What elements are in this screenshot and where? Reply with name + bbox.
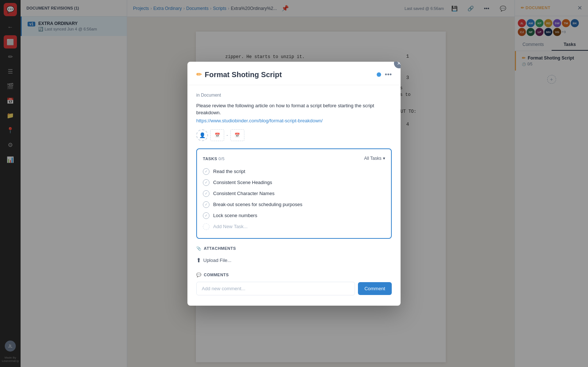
task-label-0: Read the script [213, 169, 245, 174]
tasks-filter-label: All Tasks [364, 156, 381, 161]
tasks-filter-dropdown[interactable]: All Tasks ▾ [364, 156, 385, 161]
modal-header: ✏ Format Shoting Script ••• [187, 62, 401, 85]
attachments-section: 📎 ATTACHMENTS ⬆ Upload File... [196, 246, 392, 265]
modal-description: Please review the following article on h… [196, 102, 392, 116]
attachments-title: 📎 ATTACHMENTS [196, 246, 392, 251]
modal-more-button[interactable]: ••• [385, 71, 392, 79]
task-label-1: Consistent Scene Headings [213, 180, 272, 185]
task-row-3[interactable]: ✓ Break-out scenes for scheduling purpos… [203, 199, 385, 210]
modal-title: ✏ Format Shoting Script [196, 71, 282, 79]
comments-section: 💬 COMMENTS Comment [196, 273, 392, 295]
tasks-section: TASKS 0/5 All Tasks ▾ ✓ Read the script [196, 148, 392, 239]
upload-icon: ⬆ [196, 257, 201, 264]
comment-input[interactable] [196, 282, 355, 295]
attachments-header-text: ATTACHMENTS [204, 246, 236, 251]
task-row-1[interactable]: ✓ Consistent Scene Headings [203, 177, 385, 188]
modal-status-dot [377, 72, 381, 77]
attachments-icon: 📎 [196, 246, 202, 251]
comments-icon: 💬 [196, 273, 202, 277]
tasks-title-group: TASKS 0/5 [203, 155, 225, 162]
add-task-row[interactable]: Add New Task... [203, 221, 385, 232]
tasks-count: 0/5 [219, 156, 225, 161]
comment-button[interactable]: Comment [358, 282, 392, 295]
modal-body: in Document Please review the following … [187, 85, 401, 306]
modal-location: in Document [196, 93, 392, 98]
comments-header-text: COMMENTS [204, 273, 229, 277]
tasks-label: TASKS 0/5 [203, 156, 225, 161]
task-check-0[interactable]: ✓ [203, 168, 209, 175]
start-date-picker[interactable]: 📅 [210, 129, 224, 141]
upload-file-button[interactable]: ⬆ Upload File... [196, 255, 392, 265]
task-row-0[interactable]: ✓ Read the script [203, 166, 385, 177]
tasks-header: TASKS 0/5 All Tasks ▾ [203, 155, 385, 162]
add-task-label: Add New Task... [213, 224, 248, 229]
modal-title-text: Format Shoting Script [205, 71, 282, 79]
modal-title-icon: ✏ [196, 71, 202, 79]
task-check-2[interactable]: ✓ [203, 190, 209, 197]
end-date-picker[interactable]: 📅 [230, 129, 244, 141]
chevron-down-icon: ▾ [383, 156, 385, 161]
modal: ✕ ✏ Format Shoting Script ••• in Documen… [187, 62, 401, 306]
task-label-2: Consistent Character Names [213, 191, 275, 196]
task-label-4: Lock scene numbers [213, 213, 257, 218]
task-row-4[interactable]: ✓ Lock scene numbers [203, 210, 385, 221]
task-check-3[interactable]: ✓ [203, 201, 209, 208]
modal-header-actions: ••• [377, 71, 392, 79]
comments-title: 💬 COMMENTS [196, 273, 392, 277]
assignee-avatar-placeholder[interactable]: 👤 [196, 129, 208, 141]
task-row-2[interactable]: ✓ Consistent Character Names [203, 188, 385, 199]
upload-label: Upload File... [203, 258, 232, 263]
date-separator: - [226, 132, 228, 138]
add-task-check [203, 223, 209, 230]
modal-overlay: ✕ ✏ Format Shoting Script ••• in Documen… [0, 0, 588, 367]
modal-assignees: 👤 📅 - 📅 [196, 129, 392, 141]
task-check-1[interactable]: ✓ [203, 179, 209, 186]
task-label-3: Break-out scenes for scheduling purposes [213, 202, 302, 207]
tasks-header-text: TASKS [203, 156, 217, 161]
comment-input-row: Comment [196, 282, 392, 295]
task-check-4[interactable]: ✓ [203, 212, 209, 219]
modal-link[interactable]: https://www.studiobinder.com/blog/format… [196, 118, 392, 123]
